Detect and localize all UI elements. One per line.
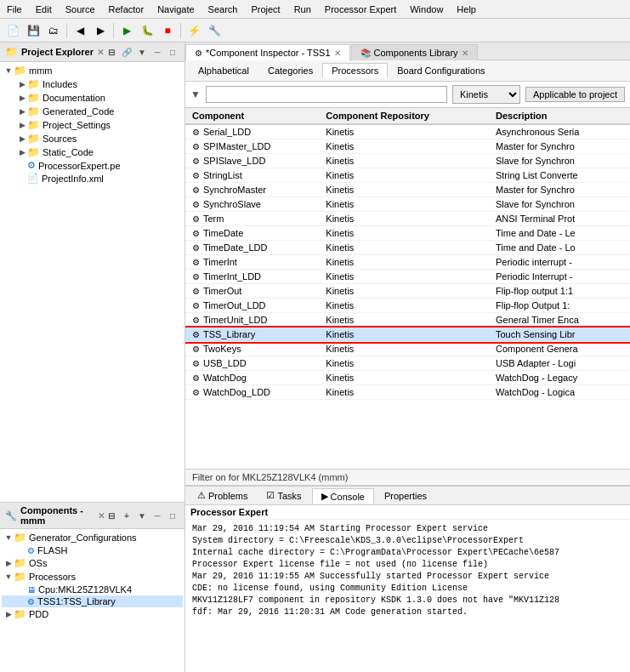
table-row[interactable]: ⚙WatchDog_LDDKinetisWatchDog - Logica — [185, 385, 630, 400]
toolbar-run[interactable]: ▶ — [117, 21, 136, 40]
toolbar-new[interactable]: 📄 — [3, 21, 22, 40]
table-row[interactable]: ⚙TimerOut_LDDKinetisFlip-flop Output 1: — [185, 299, 630, 313]
menu-processor-expert[interactable]: Processor Expert — [318, 3, 403, 16]
comp-tree-flash[interactable]: ⚙ FLASH — [2, 544, 183, 556]
table-row[interactable]: ⚙Serial_LDDKinetisAsynchronous Seria — [185, 124, 630, 140]
comp-tree-cpu[interactable]: 🖥 Cpu:MKL25Z128VLK4 — [2, 584, 183, 595]
comp-menu-icon[interactable]: ▼ — [135, 509, 149, 522]
sub-tab-alphabetical[interactable]: Alphabetical — [189, 63, 258, 78]
table-cell-repo: Kinetis — [319, 212, 489, 226]
table-cell-component: ⚙TimerOut — [185, 284, 319, 299]
bottom-tab-properties[interactable]: Properties — [376, 489, 435, 503]
table-row[interactable]: ⚙TwoKeysKinetisComponent Genera — [185, 342, 630, 356]
table-row[interactable]: ⚙WatchDogKinetisWatchDog - Legacy — [185, 371, 630, 385]
menu-refactor[interactable]: Refactor — [102, 3, 151, 16]
toolbar-back[interactable]: ◀ — [71, 21, 89, 40]
maximize-icon[interactable]: □ — [166, 45, 179, 59]
comp-tree-gen-configs[interactable]: ▼ 📁 Generator_Configurations — [2, 531, 183, 544]
table-cell-repo: Kinetis — [319, 270, 489, 284]
tree-item-mmm[interactable]: ▼ 📁 mmm — [2, 64, 183, 77]
tree-item-generated-code[interactable]: ▶ 📁 Generated_Code — [2, 105, 183, 118]
bottom-tab-tasks[interactable]: ☑ Tasks — [258, 488, 309, 503]
table-cell-repo: Kinetis — [319, 140, 489, 154]
applicable-to-project-btn[interactable]: Applicable to project — [525, 87, 625, 102]
tree-item-documentation[interactable]: ▶ 📁 Documentation — [2, 91, 183, 105]
bottom-tab-console[interactable]: ▶ Console — [312, 488, 374, 504]
table-cell-repo: Kinetis — [319, 356, 489, 371]
tab-component-inspector[interactable]: ⚙ *Component Inspector - TSS1 ✕ — [185, 44, 350, 60]
tree-item-static-code[interactable]: ▶ 📁 Static_Code — [2, 145, 183, 159]
table-row[interactable]: ⚙SPISlave_LDDKinetisSlave for Synchron — [185, 154, 630, 168]
inspector-content: Alphabetical Categories Processors Board… — [185, 60, 630, 485]
menu-edit[interactable]: Edit — [29, 3, 59, 16]
menu-icon[interactable]: ▼ — [135, 45, 149, 59]
comp-tree-oss[interactable]: ▶ 📁 OSs — [2, 556, 183, 570]
toolbar-save-all[interactable]: 🗂 — [44, 21, 63, 40]
table-row[interactable]: ⚙TimeDateKinetisTime and Date - Le — [185, 226, 630, 241]
table-row[interactable]: ⚙TimerInt_LDDKinetisPeriodic Interrupt - — [185, 270, 630, 284]
filter-input[interactable] — [206, 86, 447, 103]
toolbar-forward[interactable]: ▶ — [91, 21, 110, 40]
toolbar-stop[interactable]: ■ — [158, 21, 177, 40]
inspector-tab-close[interactable]: ✕ — [334, 48, 341, 58]
menu-search[interactable]: Search — [201, 3, 245, 16]
comp-row-icon: ⚙ — [192, 359, 200, 368]
table-row[interactable]: ⚙SynchroSlaveKinetisSlave for Synchron — [185, 197, 630, 212]
menu-run[interactable]: Run — [287, 3, 318, 16]
toolbar-components[interactable]: 🔧 — [205, 21, 224, 40]
table-row[interactable]: ⚙USB_LDDKinetisUSB Adapter - Logi — [185, 356, 630, 371]
tree-item-processor-expert[interactable]: ⚙ ProcessorExpert.pe — [2, 159, 183, 172]
library-tab-close[interactable]: ✕ — [462, 48, 468, 58]
sub-tab-categories[interactable]: Categories — [258, 63, 322, 78]
table-row[interactable]: ⚙SPIMaster_LDDKinetisMaster for Synchro — [185, 140, 630, 154]
table-cell-desc: General Timer Enca — [489, 313, 630, 327]
tree-item-sources[interactable]: ▶ 📁 Sources — [2, 132, 183, 145]
link-editor-icon[interactable]: 🔗 — [120, 45, 133, 59]
sub-tab-processors[interactable]: Processors — [322, 63, 388, 78]
right-panel-top: ⚙ *Component Inspector - TSS1 ✕ 📚 Compon… — [185, 43, 630, 485]
comp-minimize-icon[interactable]: ─ — [150, 509, 164, 522]
comp-tree-processors[interactable]: ▼ 📁 Processors — [2, 570, 183, 584]
tree-item-project-settings[interactable]: ▶ 📁 Project_Settings — [2, 118, 183, 132]
comp-row-icon: ⚙ — [192, 243, 200, 253]
menu-file[interactable]: File — [0, 3, 29, 16]
tree-toggle-mmm: ▼ — [3, 66, 14, 75]
minimize-icon[interactable]: ─ — [150, 45, 164, 59]
menu-navigate[interactable]: Navigate — [150, 3, 201, 16]
tab-components-library[interactable]: 📚 Components Library ✕ — [351, 44, 478, 60]
table-cell-desc: WatchDog - Legacy — [489, 371, 630, 385]
table-cell-desc: USB Adapter - Logi — [489, 356, 630, 371]
filter-icon: ▼ — [190, 88, 201, 100]
collapse-all-icon[interactable]: ⊟ — [105, 45, 118, 59]
sub-tab-board-configurations[interactable]: Board Configurations — [388, 63, 494, 78]
tree-item-projectinfo[interactable]: 📄 ProjectInfo.xml — [2, 172, 183, 185]
table-row[interactable]: ⚙TimerUnit_LDDKinetisGeneral Timer Enca — [185, 313, 630, 327]
table-row[interactable]: ⚙SynchroMasterKinetisMaster for Synchro — [185, 183, 630, 197]
toolbar-generate[interactable]: ⚡ — [184, 21, 203, 40]
tree-toggle-includes: ▶ — [17, 80, 27, 88]
comp-tree-tss[interactable]: ⚙ TSS1:TSS_Library — [2, 595, 183, 607]
comp-collapse-icon[interactable]: ⊟ — [105, 509, 118, 522]
comp-tree-pdd[interactable]: ▶ 📁 PDD — [2, 607, 183, 621]
table-row[interactable]: ⚙StringListKinetisString List Converte — [185, 168, 630, 183]
table-row[interactable]: ⚙TermKinetisANSI Terminal Prot — [185, 212, 630, 226]
comp-maximize-icon[interactable]: □ — [166, 509, 179, 522]
bottom-tab-bar: ⚠ Problems ☑ Tasks ▶ Console Properties — [185, 487, 630, 505]
filter-dropdown[interactable]: Kinetis All ColdFire 56800/E ARM — [452, 85, 520, 104]
bottom-tab-problems[interactable]: ⚠ Problems — [189, 488, 256, 503]
table-row[interactable]: ⚙TSS_LibraryKinetisTouch Sensing Libr — [185, 327, 630, 342]
table-row[interactable]: ⚙TimeDate_LDDKinetisTime and Date - Lo — [185, 241, 630, 255]
menu-source[interactable]: Source — [59, 3, 102, 16]
table-cell-repo: Kinetis — [319, 385, 489, 400]
menu-help[interactable]: Help — [450, 3, 483, 16]
pdd-label: PDD — [29, 609, 48, 619]
table-row[interactable]: ⚙TimerOutKinetisFlip-flop output 1:1 — [185, 284, 630, 299]
table-cell-component: ⚙Term — [185, 212, 319, 226]
tree-item-includes[interactable]: ▶ 📁 Includes — [2, 77, 183, 91]
comp-add-icon[interactable]: + — [120, 509, 133, 522]
table-row[interactable]: ⚙TimerIntKinetisPeriodic interrupt - — [185, 255, 630, 270]
toolbar-save[interactable]: 💾 — [24, 21, 43, 40]
menu-window[interactable]: Window — [403, 3, 450, 16]
toolbar-debug[interactable]: 🐛 — [138, 21, 156, 40]
menu-project[interactable]: Project — [244, 3, 287, 16]
